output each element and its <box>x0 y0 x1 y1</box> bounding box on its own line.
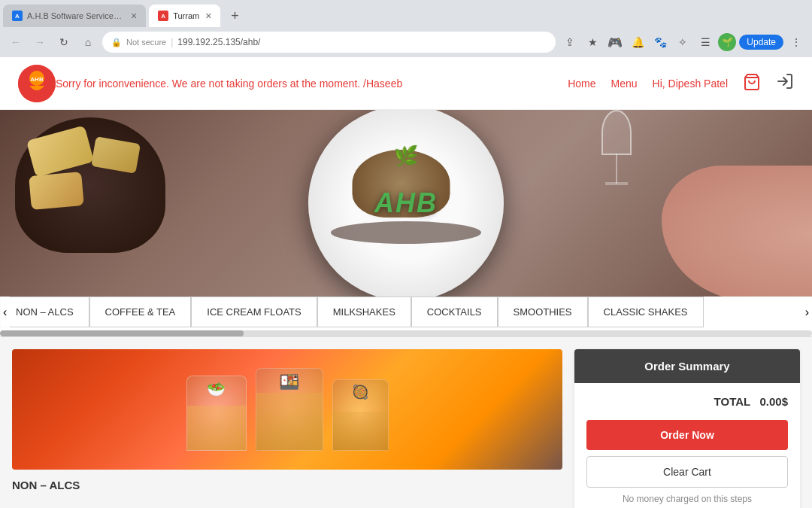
home-button[interactable]: ⌂ <box>78 32 98 52</box>
product-section: 🥗 🍱 🥘 NON – ALCS <box>12 349 562 508</box>
cart-icon-button[interactable] <box>743 73 761 94</box>
nav-user[interactable]: Hi, Dipesh Patel <box>653 78 728 90</box>
tab-1-label: A.H.B Software Services Austral... <box>27 11 125 20</box>
share-icon[interactable]: ⇪ <box>560 32 580 52</box>
site-header: AHB Sorry for inconvenience. We are not … <box>0 57 812 110</box>
total-row: TOTAL 0.00$ <box>586 395 788 408</box>
clear-cart-button[interactable]: Clear Cart <box>586 456 788 488</box>
tab-2-favicon: A <box>158 11 168 21</box>
extension-icon-3[interactable]: 🐾 <box>650 32 670 52</box>
address-bar-row: ← → ↻ ⌂ 🔒 Not secure | 199.192.25.135/ah… <box>0 27 812 57</box>
extension-icon-4[interactable]: ✧ <box>673 32 692 52</box>
total-value: 0.00$ <box>759 395 788 408</box>
address-separator: | <box>171 37 173 47</box>
address-bar[interactable]: 🔒 Not secure | 199.192.25.135/ahb/ <box>102 32 556 53</box>
back-button[interactable]: ← <box>6 32 26 52</box>
website: AHB Sorry for inconvenience. We are not … <box>0 57 812 508</box>
svg-text:AHB: AHB <box>30 76 44 83</box>
update-button[interactable]: Update <box>739 35 783 50</box>
order-summary: Order Summary TOTAL 0.00$ Order Now Clea… <box>574 349 800 508</box>
scrollbar-thumb <box>0 330 244 336</box>
scroll-left-arrow[interactable]: ‹ <box>0 297 10 327</box>
tab-1-close[interactable]: × <box>131 10 137 22</box>
address-text: 199.192.25.135/ahb/ <box>177 37 547 47</box>
extension-icon-1[interactable]: 🎮 <box>605 32 625 52</box>
tab-classic-shakes[interactable]: CLASSIC SHAKES <box>588 297 704 327</box>
order-summary-header: Order Summary <box>574 349 800 383</box>
security-icon: 🔒 <box>111 38 122 47</box>
bread-pieces <box>23 125 150 215</box>
profile-icon[interactable]: 🌱 <box>718 33 736 51</box>
browser-actions: ⇪ ★ 🎮 🔔 🐾 ✧ ☰ 🌱 Update ⋮ <box>560 32 806 52</box>
category-tabs-wrapper: NON – ALCS COFFEE & TEA ICE CREAM FLOATS… <box>0 297 812 337</box>
scroll-right-arrow[interactable]: › <box>802 297 812 327</box>
main-content: 🥗 🍱 🥘 NON – ALCS <box>0 337 812 508</box>
tab-ice-cream-floats[interactable]: ICE CREAM FLOATS <box>191 297 317 327</box>
tab-non-alcs[interactable]: NON – ALCS <box>0 297 89 327</box>
tab-2-close[interactable]: × <box>205 10 211 22</box>
product-image-container: 🥗 🍱 🥘 <box>12 349 562 470</box>
security-label: Not secure <box>126 38 166 47</box>
order-summary-card: Order Summary TOTAL 0.00$ Order Now Clea… <box>574 349 800 508</box>
hero-image: 🌿 AHB <box>0 110 812 297</box>
reload-button[interactable]: ↻ <box>54 32 74 52</box>
tab-2[interactable]: A Turram × <box>149 5 220 27</box>
tab-1[interactable]: A A.H.B Software Services Austral... × <box>3 5 146 27</box>
new-tab-button[interactable]: + <box>223 5 246 27</box>
tab-milkshakes[interactable]: MILKSHAKES <box>317 297 411 327</box>
nav-menu[interactable]: Menu <box>611 78 638 90</box>
tab-cocktails[interactable]: COCKTAILS <box>411 297 498 327</box>
tab-2-label: Turram <box>173 11 199 20</box>
site-logo: AHB <box>18 65 56 102</box>
no-charge-text: No money charged on this steps <box>586 494 788 504</box>
hero-overlay: AHB <box>374 187 438 219</box>
total-label: TOTAL <box>714 395 750 408</box>
login-icon[interactable] <box>776 72 794 94</box>
notice-text: Sorry for inconvenience. We are not taki… <box>56 78 568 90</box>
tab-coffee-tea[interactable]: COFFEE & TEA <box>89 297 192 327</box>
wine-glasses-decoration <box>609 110 624 193</box>
extension-icon-5[interactable]: ☰ <box>695 32 715 52</box>
section-title: NON – ALCS <box>12 476 562 494</box>
tabs-scroll-container: NON – ALCS COFFEE & TEA ICE CREAM FLOATS… <box>0 297 812 327</box>
category-scrollbar[interactable] <box>0 330 812 336</box>
bookmark-icon[interactable]: ★ <box>583 32 602 52</box>
tab-1-favicon: A <box>12 11 23 21</box>
order-summary-body: TOTAL 0.00$ Order Now Clear Cart No mone… <box>574 383 800 508</box>
nav-home[interactable]: Home <box>568 78 595 90</box>
more-options-icon[interactable]: ⋮ <box>786 32 806 52</box>
forward-button[interactable]: → <box>30 32 50 52</box>
tab-bar: A A.H.B Software Services Austral... × A… <box>0 0 812 27</box>
order-now-button[interactable]: Order Now <box>586 420 788 450</box>
category-tabs: NON – ALCS COFFEE & TEA ICE CREAM FLOATS… <box>0 297 812 327</box>
tab-smoothies[interactable]: SMOOTHIES <box>498 297 588 327</box>
nav-links: Home Menu Hi, Dipesh Patel <box>568 72 794 94</box>
browser-chrome: A A.H.B Software Services Austral... × A… <box>0 0 812 57</box>
hero-overlay-text: AHB <box>374 187 438 218</box>
product-image: 🥗 🍱 🥘 <box>12 349 562 470</box>
extension-icon-2[interactable]: 🔔 <box>628 32 647 52</box>
